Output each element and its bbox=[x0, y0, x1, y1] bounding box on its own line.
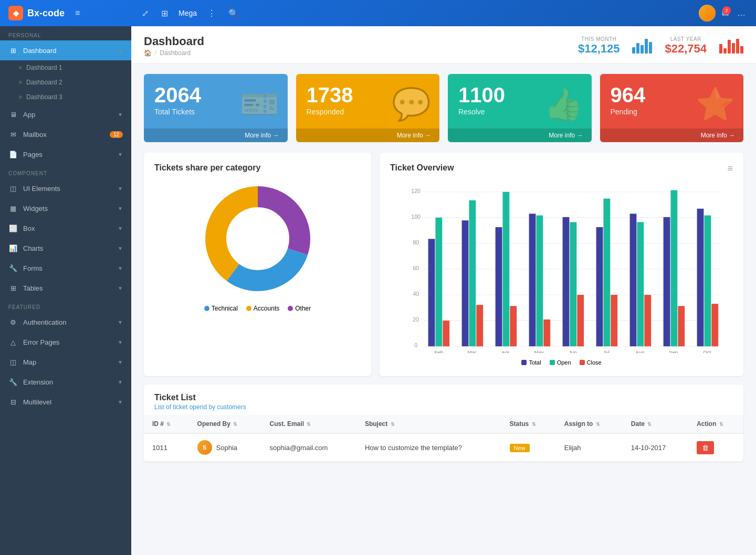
more-options-icon[interactable]: … bbox=[735, 6, 748, 20]
th-date: Date ⇅ bbox=[623, 415, 688, 433]
charts-icon: 📊 bbox=[8, 243, 18, 253]
legend-label-other: Other bbox=[295, 305, 311, 312]
sidebar-item-tables[interactable]: ⊞ Tables ▼ bbox=[0, 278, 131, 298]
dot-icon bbox=[19, 66, 22, 69]
expand-icon[interactable]: ⤢ bbox=[140, 6, 151, 20]
sidebar-item-mailbox[interactable]: ✉ Mailbox 12 bbox=[0, 124, 131, 144]
bar-chart-area: 0 20 40 60 80 100 120 bbox=[390, 185, 733, 355]
bar-jun-total bbox=[563, 217, 570, 346]
responded-footer[interactable]: More info → bbox=[296, 129, 440, 142]
sidebar-item-map[interactable]: ◫ Map ▼ bbox=[0, 352, 131, 372]
last-year-label: LAST YEAR bbox=[665, 36, 707, 42]
grid-icon[interactable]: ⊞ bbox=[159, 6, 170, 20]
sidebar-item-multi-left: ⊟ Multilevel bbox=[8, 397, 51, 407]
user-avatar: S bbox=[197, 440, 212, 455]
mega-menu-label[interactable]: Mega bbox=[178, 9, 197, 17]
legend-dot-technical bbox=[204, 306, 209, 311]
sidebar-item-dashboard1[interactable]: Dashboard 1 bbox=[0, 60, 131, 75]
sidebar-item-pages-left: 📄 Pages bbox=[8, 150, 43, 159]
box-icon: ⬜ bbox=[8, 223, 18, 233]
x-label-sep: Sep bbox=[669, 349, 678, 353]
sidebar-item-ui-left: ◫ UI Elements bbox=[8, 184, 60, 193]
last-year-chart bbox=[719, 38, 743, 54]
bar-chart-menu-icon[interactable]: ≡ bbox=[727, 163, 733, 174]
bar-sep-close bbox=[678, 306, 685, 346]
y-label-0: 0 bbox=[414, 342, 417, 348]
sidebar-item-ui-elements[interactable]: ◫ UI Elements ▼ bbox=[0, 178, 131, 198]
forms-icon: 🔧 bbox=[8, 263, 18, 273]
sidebar-label-dashboard2: Dashboard 2 bbox=[26, 79, 62, 86]
search-icon[interactable]: 🔍 bbox=[226, 6, 241, 20]
sidebar-item-authentication[interactable]: ⚙ Authentication ▼ bbox=[0, 312, 131, 332]
sidebar-label-pages: Pages bbox=[23, 151, 43, 158]
sidebar-item-extension[interactable]: 🔧 Extension ▼ bbox=[0, 372, 131, 392]
topnav-right: ✉ 2 … bbox=[699, 5, 748, 22]
bar-oct-close bbox=[711, 304, 718, 346]
hamburger-icon[interactable]: ≡ bbox=[73, 6, 82, 20]
sidebar-item-app[interactable]: 🖥 App ▼ bbox=[0, 104, 131, 124]
sort-icon-action: ⇅ bbox=[719, 422, 723, 427]
td-assign: Elijah bbox=[556, 433, 623, 462]
bar-aug-close bbox=[644, 295, 651, 346]
pending-footer[interactable]: More info → bbox=[600, 129, 744, 142]
sidebar-item-widgets[interactable]: ▦ Widgets ▼ bbox=[0, 198, 131, 218]
sidebar-label-tables: Tables bbox=[23, 284, 43, 292]
chart-bar bbox=[640, 45, 644, 54]
sidebar-item-ext-left: 🔧 Extension bbox=[8, 377, 53, 387]
sidebar-label-authentication: Authentication bbox=[23, 318, 66, 326]
bar-sep-open bbox=[671, 190, 678, 347]
dashboard-arrow-icon: ▲ bbox=[118, 48, 123, 54]
td-id: 1011 bbox=[144, 433, 189, 462]
sidebar-item-forms[interactable]: 🔧 Forms ▼ bbox=[0, 258, 131, 278]
x-label-jul: Jul bbox=[603, 349, 610, 353]
sidebar-item-error-left: △ Error Pages bbox=[8, 337, 59, 347]
breadcrumb-home-icon: 🏠 bbox=[144, 49, 152, 57]
resolve-footer[interactable]: More info → bbox=[448, 129, 592, 142]
pending-icon: ⭐ bbox=[696, 86, 735, 123]
stat-card-responded: 1738 Responded 💬 More info → bbox=[296, 74, 440, 142]
sidebar-label-map: Map bbox=[23, 358, 36, 366]
sidebar-item-forms-left: 🔧 Forms bbox=[8, 263, 43, 273]
bar-chart-legend: Total Open Close bbox=[390, 359, 733, 366]
th-email: Cust. Email ⇅ bbox=[261, 415, 356, 433]
legend-label-technical: Technical bbox=[212, 305, 238, 312]
total-tickets-footer[interactable]: More info → bbox=[144, 129, 288, 142]
resolve-icon: 👍 bbox=[544, 86, 583, 123]
sidebar-item-pages[interactable]: 📄 Pages ▼ bbox=[0, 144, 131, 164]
chart-bar bbox=[632, 47, 635, 54]
sidebar-item-multilevel[interactable]: ⊟ Multilevel ▼ bbox=[0, 392, 131, 412]
delete-button[interactable]: 🗑 bbox=[697, 441, 714, 454]
table-row: 1011 S Sophia sophia@gmail.com How to cu… bbox=[144, 433, 743, 462]
this-month-chart bbox=[632, 38, 652, 54]
bar-may-close bbox=[543, 319, 550, 346]
avatar-image bbox=[699, 5, 716, 22]
mail-wrapper[interactable]: ✉ 2 bbox=[722, 8, 729, 18]
donut-svg bbox=[200, 181, 316, 296]
breadcrumb: 🏠 / Dashboard bbox=[144, 49, 204, 57]
legend-label-total: Total bbox=[529, 359, 541, 366]
page-title-section: Dashboard 🏠 / Dashboard bbox=[144, 35, 204, 57]
chart-bar bbox=[740, 46, 743, 54]
sidebar-item-dashboard2[interactable]: Dashboard 2 bbox=[0, 75, 131, 90]
sidebar-item-dashboard3[interactable]: Dashboard 3 bbox=[0, 90, 131, 104]
sidebar-item-charts[interactable]: 📊 Charts ▼ bbox=[0, 238, 131, 258]
legend-technical: Technical bbox=[204, 305, 238, 312]
chart-bar bbox=[736, 39, 739, 54]
dots-menu-icon[interactable]: ⋮ bbox=[205, 6, 218, 20]
donut-chart-card: Tickets share per category bbox=[144, 153, 371, 376]
bar-apr-close bbox=[510, 306, 517, 346]
stat-card-total-tickets: 2064 Total Tickets 🎫 More info → bbox=[144, 74, 288, 142]
bar-aug-open bbox=[637, 222, 644, 346]
x-label-oct: Oct bbox=[703, 349, 711, 353]
stat-last-year: LAST YEAR $22,754 bbox=[665, 36, 707, 56]
sidebar-item-error-pages[interactable]: △ Error Pages ▼ bbox=[0, 332, 131, 352]
sidebar-item-dashboard[interactable]: ⊞ Dashboard ▲ bbox=[0, 40, 131, 60]
sidebar-item-box[interactable]: ⬜ Box ▼ bbox=[0, 218, 131, 238]
sidebar-item-tables-left: ⊞ Tables bbox=[8, 283, 43, 293]
last-year-value: $22,754 bbox=[665, 42, 707, 56]
widgets-icon: ▦ bbox=[8, 204, 18, 213]
avatar[interactable] bbox=[699, 5, 716, 22]
x-label-apr: Apr bbox=[501, 349, 510, 353]
sidebar-label-box: Box bbox=[23, 225, 35, 232]
breadcrumb-current: Dashboard bbox=[160, 49, 191, 57]
